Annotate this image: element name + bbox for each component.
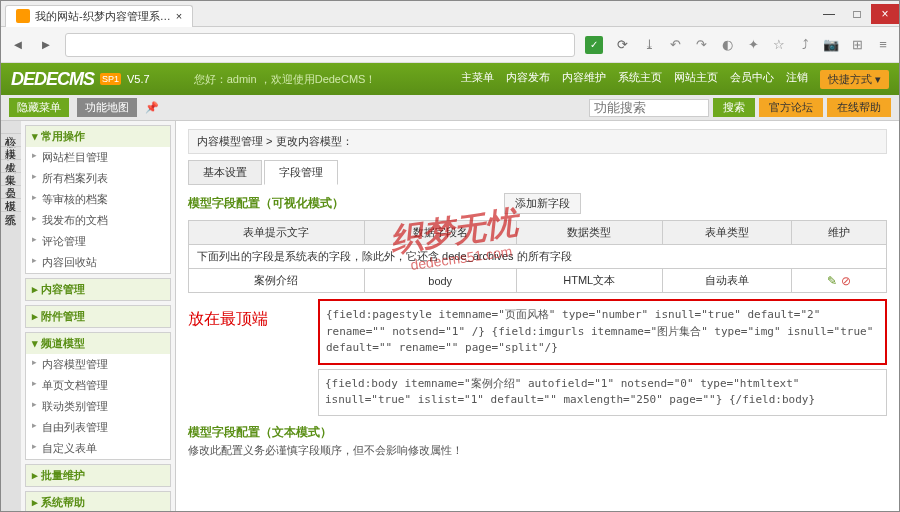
menu-logout[interactable]: 注销 — [786, 70, 808, 89]
vtab-system[interactable]: 系统 — [1, 199, 21, 212]
sidebar-item[interactable]: 网站栏目管理 — [26, 147, 170, 168]
sidebar-group-head[interactable]: ▸ 批量维护 — [26, 465, 170, 486]
menu-publish[interactable]: 内容发布 — [506, 70, 550, 89]
browser-titlebar: 我的网站-织梦内容管理系… × — □ × — [1, 1, 899, 27]
th-prompt: 表单提示文字 — [189, 221, 365, 245]
sidebar-item[interactable]: 自由列表管理 — [26, 417, 170, 438]
menu-main[interactable]: 主菜单 — [461, 70, 494, 89]
browser-tab[interactable]: 我的网站-织梦内容管理系… × — [5, 5, 193, 27]
tool-icon[interactable]: ⊞ — [849, 37, 865, 53]
section2-title: 模型字段配置（文本模式） — [188, 424, 887, 441]
menu-maintain[interactable]: 内容维护 — [562, 70, 606, 89]
tab-favicon — [16, 9, 30, 23]
browser-toolbar: ◄ ► ✓ ⟳ ⤓ ↶ ↷ ◐ ✦ ☆ ⤴ 📷 ⊞ ≡ — [1, 27, 899, 63]
pin-icon[interactable]: 📌 — [145, 101, 159, 114]
tab-title: 我的网站-织梦内容管理系… — [35, 9, 171, 24]
refresh-icon[interactable]: ⟳ — [613, 36, 631, 54]
back-icon[interactable]: ◄ — [9, 36, 27, 54]
sitemap-button[interactable]: 功能地图 — [77, 98, 137, 117]
version-badge: SP1 — [100, 73, 121, 85]
section-title: 模型字段配置（可视化模式） — [188, 195, 344, 212]
th-type: 数据类型 — [516, 221, 662, 245]
th-action: 维护 — [791, 221, 886, 245]
welcome-text: 您好：admin ，欢迎使用DedeCMS！ — [194, 72, 377, 87]
forum-button[interactable]: 官方论坛 — [759, 98, 823, 117]
tab-basic[interactable]: 基本设置 — [188, 160, 262, 185]
tab-fields[interactable]: 字段管理 — [264, 160, 338, 185]
search-button[interactable]: 搜索 — [713, 98, 755, 117]
breadcrumb: 内容模型管理 > 更改内容模型： — [188, 129, 887, 154]
code-block-highlighted: {field:pagestyle itemname="页面风格" type="n… — [318, 299, 887, 365]
vertical-tabs: 核心 模块 生成 采集 会员 模板 系统 — [1, 121, 21, 511]
section2-note: 修改此配置义务必谨慎字段顺序，但不会影响修改属性！ — [188, 443, 887, 458]
sidebar-group-head[interactable]: ▸ 内容管理 — [26, 279, 170, 300]
tool-icon[interactable]: ↶ — [667, 37, 683, 53]
delete-icon[interactable]: ⊘ — [841, 274, 851, 288]
logo: DEDECMS — [11, 69, 94, 90]
sidebar-item[interactable]: 联动类别管理 — [26, 396, 170, 417]
sidebar-group-head[interactable]: ▸ 系统帮助 — [26, 492, 170, 511]
forward-icon[interactable]: ► — [37, 36, 55, 54]
hide-menu-button[interactable]: 隐藏菜单 — [9, 98, 69, 117]
sidebar-item[interactable]: 等审核的档案 — [26, 189, 170, 210]
window-close[interactable]: × — [871, 4, 899, 24]
shield-icon[interactable]: ✓ — [585, 36, 603, 54]
sidebar-group-head[interactable]: ▸ 附件管理 — [26, 306, 170, 327]
vtab-collect[interactable]: 采集 — [1, 160, 21, 173]
vtab-template[interactable]: 模板 — [1, 186, 21, 199]
tab-close-icon[interactable]: × — [176, 10, 182, 22]
tool-icon[interactable]: ⤴ — [797, 37, 813, 53]
tool-icon[interactable]: 📷 — [823, 37, 839, 53]
vtab-member[interactable]: 会员 — [1, 173, 21, 186]
tool-icon[interactable]: ≡ — [875, 37, 891, 53]
menu-member[interactable]: 会员中心 — [730, 70, 774, 89]
vtab-core[interactable]: 核心 — [1, 121, 21, 134]
menu-system[interactable]: 系统主页 — [618, 70, 662, 89]
th-field: 数据字段名 — [364, 221, 516, 245]
sidebar: ▾ 常用操作网站栏目管理所有档案列表等审核的档案我发布的文档评论管理内容回收站▸… — [21, 121, 176, 511]
sidebar-group-head[interactable]: ▾ 常用操作 — [26, 126, 170, 147]
code-block: {field:body itemname="案例介绍" autofield="1… — [318, 369, 887, 416]
sidebar-item[interactable]: 内容回收站 — [26, 252, 170, 273]
tool-icon[interactable]: ✦ — [745, 37, 761, 53]
sidebar-item[interactable]: 内容模型管理 — [26, 354, 170, 375]
window-minimize[interactable]: — — [815, 4, 843, 24]
sub-toolbar: 隐藏菜单 功能地图 📌 搜索 官方论坛 在线帮助 — [1, 95, 899, 121]
vtab-gen[interactable]: 生成 — [1, 147, 21, 160]
sidebar-item[interactable]: 评论管理 — [26, 231, 170, 252]
add-field-button[interactable]: 添加新字段 — [504, 193, 581, 214]
app-header: DEDECMS SP1 V5.7 您好：admin ，欢迎使用DedeCMS！ … — [1, 63, 899, 95]
sidebar-item[interactable]: 我发布的文档 — [26, 210, 170, 231]
table-note: 下面列出的字段是系统表的字段，除此外，它还含 dede_archives 的所有… — [189, 245, 887, 269]
tool-icon[interactable]: ☆ — [771, 37, 787, 53]
search-input[interactable] — [589, 99, 709, 117]
fields-table: 表单提示文字 数据字段名 数据类型 表单类型 维护 下面列出的字段是系统表的字段… — [188, 220, 887, 293]
annotation-label: 放在最顶端 — [188, 309, 268, 330]
table-row: 案例介绍 body HTML文本 自动表单 ✎⊘ — [189, 269, 887, 293]
sidebar-group-head[interactable]: ▾ 频道模型 — [26, 333, 170, 354]
url-input[interactable] — [65, 33, 575, 57]
sidebar-item[interactable]: 单页文档管理 — [26, 375, 170, 396]
vtab-module[interactable]: 模块 — [1, 134, 21, 147]
sidebar-item[interactable]: 自定义表单 — [26, 438, 170, 459]
version: V5.7 — [127, 73, 150, 85]
tool-icon[interactable]: ◐ — [719, 37, 735, 53]
help-button[interactable]: 在线帮助 — [827, 98, 891, 117]
quick-dropdown[interactable]: 快捷方式 ▾ — [820, 70, 889, 89]
main-content: 内容模型管理 > 更改内容模型： 基本设置 字段管理 模型字段配置（可视化模式）… — [176, 121, 899, 511]
tool-icon[interactable]: ↷ — [693, 37, 709, 53]
edit-icon[interactable]: ✎ — [827, 274, 837, 288]
sidebar-item[interactable]: 所有档案列表 — [26, 168, 170, 189]
top-menu: 主菜单 内容发布 内容维护 系统主页 网站主页 会员中心 注销 快捷方式 ▾ — [461, 70, 889, 89]
menu-site[interactable]: 网站主页 — [674, 70, 718, 89]
window-maximize[interactable]: □ — [843, 4, 871, 24]
tool-icon[interactable]: ⤓ — [641, 37, 657, 53]
th-form: 表单类型 — [662, 221, 791, 245]
